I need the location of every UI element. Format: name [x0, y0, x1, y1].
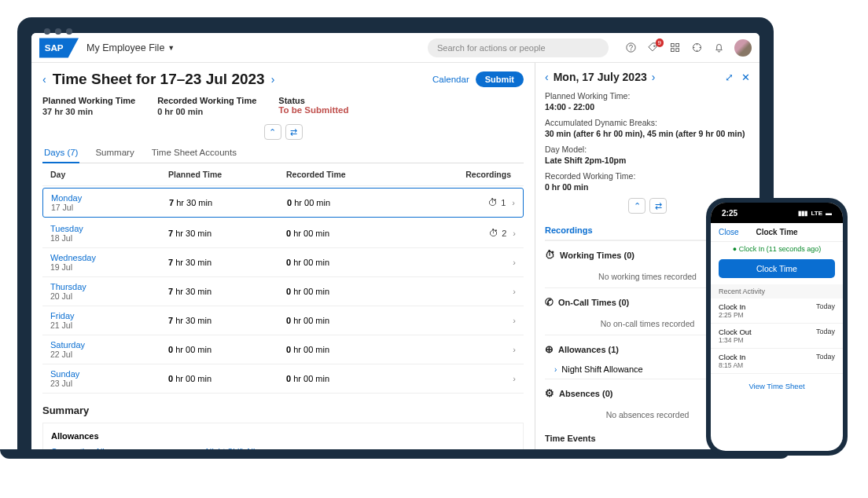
- stat-label: Recorded Working Time: [157, 96, 256, 105]
- sap-logo[interactable]: SAP: [39, 38, 79, 58]
- recorded-val: 0 hr 00 min: [286, 374, 388, 383]
- clock-icon: ⏱: [545, 249, 555, 261]
- gear-icon: ⚙: [545, 387, 554, 399]
- help-icon[interactable]: [624, 42, 637, 54]
- right-title-row: ‹ Mon, 17 July 2023 › ⤢ ✕: [545, 71, 750, 83]
- app-screen: SAP My Employee File ▼ 9 ‹ Time Sheet fo…: [31, 33, 760, 457]
- recorded-val: 0 hr 00 min: [286, 229, 388, 238]
- table-body: Monday17 Jul 7 hr 30 min 0 hr 00 min ⏱1›…: [42, 188, 524, 394]
- table-row[interactable]: Thursday20 Jul 7 hr 30 min 0 hr 00 min ›: [42, 277, 524, 306]
- absences-label: Absences (0): [559, 389, 612, 398]
- prev-day[interactable]: ‹: [545, 71, 549, 83]
- chevron-right-icon: ›: [512, 198, 515, 207]
- tag-icon[interactable]: 9: [646, 42, 659, 54]
- stats: Planned Working Time 37 hr 30 min Record…: [42, 96, 524, 116]
- table-row[interactable]: Monday17 Jul 7 hr 30 min 0 hr 00 min ⏱1›: [42, 188, 524, 218]
- close-button[interactable]: Close: [719, 228, 739, 236]
- recent-activity-header: Recent Activity: [711, 284, 843, 298]
- apps-icon[interactable]: [668, 42, 681, 54]
- nav-label: My Employee File: [86, 42, 164, 53]
- phone-icon: ✆: [545, 296, 554, 308]
- shuffle-icon[interactable]: ⇄: [649, 198, 667, 214]
- view-timesheet-link[interactable]: View Time Sheet: [711, 374, 843, 398]
- top-icons: 9: [624, 39, 752, 57]
- phone-frame: 2:25 ▮▮▮ LTE ▬ Close Clock Time Clock In…: [706, 198, 848, 456]
- recs-cell: ⏱2›: [388, 228, 516, 239]
- signal-icon: ▮▮▮: [798, 210, 807, 217]
- expand-icon[interactable]: ⤢: [725, 71, 734, 83]
- day-name: Tuesday: [50, 224, 168, 233]
- support-icon[interactable]: [690, 42, 703, 54]
- info-val: 0 hr 00 min: [545, 182, 750, 192]
- activity-time: 2:25 PM: [719, 311, 745, 319]
- day-date: 23 Jul: [50, 379, 168, 388]
- tabs: Days (7) Summary Time Sheet Accounts: [42, 143, 524, 163]
- tab-days[interactable]: Days (7): [42, 143, 79, 163]
- svg-rect-7: [671, 49, 674, 52]
- activity-time: 8:15 AM: [719, 361, 745, 369]
- day-name: Saturday: [50, 340, 168, 350]
- bell-icon[interactable]: [712, 42, 725, 54]
- day-date: 22 Jul: [50, 350, 168, 359]
- svg-rect-6: [675, 44, 679, 47]
- avatar[interactable]: [734, 39, 752, 57]
- day-date: 17 Jul: [51, 203, 169, 212]
- recs-cell: ›: [388, 316, 516, 325]
- collapse-icon[interactable]: ⌃: [628, 198, 645, 214]
- collapse-icon[interactable]: ⌃: [264, 124, 281, 140]
- svg-text:SAP: SAP: [45, 42, 64, 53]
- title-row: ‹ Time Sheet for 17–23 Jul 2023 › Calend…: [42, 71, 524, 88]
- clock-status: Clock In (11 seconds ago): [711, 242, 843, 256]
- table-row[interactable]: Saturday22 Jul 0 hr 00 min 0 hr 00 min ›: [42, 335, 524, 364]
- badge: 9: [656, 38, 664, 47]
- phone-title: Clock Time: [756, 228, 797, 236]
- stat-planned: Planned Working Time 37 hr 30 min: [42, 96, 135, 116]
- day-date: 20 Jul: [50, 291, 168, 301]
- close-icon[interactable]: ✕: [741, 71, 750, 83]
- svg-point-3: [631, 49, 631, 50]
- table-row[interactable]: Wednesday19 Jul 7 hr 30 min 0 hr 00 min …: [42, 248, 524, 277]
- day-date: 21 Jul: [50, 320, 168, 330]
- next-week[interactable]: ›: [271, 73, 275, 86]
- table-row[interactable]: Sunday23 Jul 0 hr 00 min 0 hr 00 min ›: [42, 364, 524, 394]
- allow-item-label: Night Shift Allowance: [561, 364, 642, 374]
- planned-val: 0 hr 00 min: [168, 374, 286, 383]
- shuffle-icon[interactable]: ⇄: [285, 124, 303, 140]
- clock-time-button[interactable]: Clock Time: [719, 259, 835, 278]
- tab-accounts[interactable]: Time Sheet Accounts: [150, 143, 238, 163]
- pill-row: ⌃ ⇄: [42, 124, 524, 140]
- svg-rect-5: [671, 44, 674, 47]
- day-name: Thursday: [50, 282, 168, 291]
- recs-cell: ›: [388, 258, 516, 267]
- search-input[interactable]: [428, 38, 609, 57]
- col-recordings: Recordings: [388, 170, 516, 179]
- activity-row[interactable]: Clock In2:25 PMToday: [711, 298, 843, 324]
- prev-week[interactable]: ‹: [42, 73, 46, 86]
- activity-when: Today: [816, 302, 835, 319]
- laptop-base: [0, 449, 790, 459]
- calendar-link[interactable]: Calendar: [432, 75, 469, 84]
- recorded-val: 0 hr 00 min: [286, 345, 388, 354]
- phone-rows: Clock In2:25 PMTodayClock Out1:34 PMToda…: [711, 298, 843, 374]
- top-bar: SAP My Employee File ▼ 9: [31, 33, 760, 63]
- col-day: Day: [50, 170, 168, 179]
- activity-time: 1:34 PM: [719, 336, 752, 344]
- stat-val: 0 hr 00 min: [157, 107, 256, 116]
- table-row[interactable]: Friday21 Jul 7 hr 30 min 0 hr 00 min ›: [42, 306, 524, 335]
- table-row[interactable]: Tuesday18 Jul 7 hr 30 min 0 hr 00 min ⏱2…: [42, 219, 524, 248]
- next-day[interactable]: ›: [652, 71, 656, 83]
- stat-val: To be Submitted: [278, 105, 348, 115]
- tab-summary[interactable]: Summary: [94, 143, 135, 163]
- chevron-right-icon: ›: [513, 229, 516, 238]
- clock-icon: ⏱: [489, 228, 498, 239]
- activity-row[interactable]: Clock Out1:34 PMToday: [711, 324, 843, 349]
- recorded-val: 0 hr 00 min: [286, 258, 388, 267]
- submit-button[interactable]: Submit: [476, 71, 524, 87]
- svg-point-2: [626, 43, 634, 52]
- nav-my-employee-file[interactable]: My Employee File ▼: [86, 42, 175, 53]
- activity-row[interactable]: Clock In8:15 AMToday: [711, 349, 843, 374]
- chevron-right-icon: ›: [513, 258, 516, 267]
- stat-label: Planned Working Time: [42, 96, 135, 105]
- stat-label: Status: [278, 96, 348, 105]
- lte-label: LTE: [811, 210, 822, 217]
